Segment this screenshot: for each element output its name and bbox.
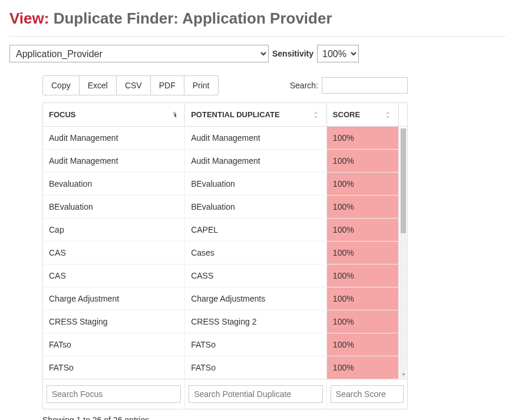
cell-score: 100% <box>326 310 398 333</box>
table-row: Audit ManagementAudit Management100% <box>43 150 407 173</box>
filter-focus-input[interactable] <box>47 385 181 403</box>
sort-desc-icon <box>171 111 180 119</box>
cell-focus: CAS <box>43 264 185 287</box>
table-row: CRESS StagingCRESS Staging 2100% <box>43 310 407 333</box>
filter-duplicate-input[interactable] <box>189 385 323 403</box>
header-divider <box>9 36 506 37</box>
cell-score: 100% <box>326 173 398 196</box>
cell-focus: Bevaluation <box>43 173 185 196</box>
print-button[interactable]: Print <box>184 75 219 95</box>
cell-focus: CAS <box>43 242 185 264</box>
entity-select[interactable]: Application_Provider <box>9 45 269 62</box>
cell-duplicate: Audit Management <box>185 150 327 173</box>
cell-score: 100% <box>326 356 398 379</box>
cell-duplicate: FATSo <box>185 333 327 356</box>
table-row: CASCases100% <box>43 242 407 264</box>
cell-focus: Cap <box>43 219 185 242</box>
copy-button[interactable]: Copy <box>42 75 80 95</box>
export-button-group: Copy Excel CSV PDF Print <box>42 75 219 95</box>
cell-score: 100% <box>326 196 398 219</box>
cell-score: 100% <box>326 219 398 242</box>
cell-focus: Audit Management <box>43 150 185 173</box>
cell-duplicate: CASS <box>185 264 327 287</box>
cell-focus: Charge Adjustment <box>43 287 185 310</box>
table-row: Charge AdjustmentCharge Adjustments100% <box>43 287 407 310</box>
cell-duplicate: BEvaluation <box>185 196 327 219</box>
cell-duplicate: BEvaluation <box>185 173 327 196</box>
cell-focus: FATSo <box>43 356 185 379</box>
cell-focus: CRESS Staging <box>43 310 185 333</box>
duplicates-table: FOCUS POTENTIAL DUPLICATE SCORE <box>43 103 407 409</box>
cell-score: 100% <box>326 127 398 150</box>
title-text: Duplicate Finder: Application Provider <box>54 9 332 27</box>
title-prefix: View: <box>9 9 49 27</box>
pdf-button[interactable]: PDF <box>151 75 184 95</box>
cell-duplicate: Charge Adjustments <box>185 287 327 310</box>
vertical-scrollbar[interactable]: ▾ <box>400 128 407 378</box>
cell-score: 100% <box>326 150 398 173</box>
csv-button[interactable]: CSV <box>117 75 151 95</box>
search-input[interactable] <box>322 77 408 94</box>
cell-duplicate: CAPEL <box>185 219 327 242</box>
cell-score: 100% <box>326 264 398 287</box>
col-header-focus[interactable]: FOCUS <box>43 103 185 127</box>
search-label: Search: <box>290 81 318 90</box>
sensitivity-label: Sensitivity <box>272 49 313 58</box>
cell-score: 100% <box>326 287 398 310</box>
table-info: Showing 1 to 26 of 26 entries <box>42 415 408 420</box>
sensitivity-select[interactable]: 100% <box>317 45 359 62</box>
cell-score: 100% <box>326 333 398 356</box>
table-row: Audit ManagementAudit Management100% <box>43 127 407 150</box>
table-row: FATsoFATSo100% <box>43 333 407 356</box>
cell-duplicate: Cases <box>185 242 327 264</box>
filter-score-input[interactable] <box>331 385 404 403</box>
scrollbar-thumb[interactable] <box>401 128 406 233</box>
scrollbar-down-arrow[interactable]: ▾ <box>400 371 407 378</box>
cell-duplicate: CRESS Staging 2 <box>185 310 327 333</box>
excel-button[interactable]: Excel <box>80 75 117 95</box>
cell-duplicate: FATSo <box>185 356 327 379</box>
cell-score: 100% <box>326 242 398 264</box>
sort-icon <box>313 111 322 119</box>
table-row: CapCAPEL100% <box>43 219 407 242</box>
cell-focus: FATso <box>43 333 185 356</box>
sort-icon <box>385 111 394 119</box>
cell-focus: Audit Management <box>43 127 185 150</box>
table-row: BevaluationBEvaluation100% <box>43 173 407 196</box>
scrollbar-gutter <box>399 103 407 127</box>
cell-focus: BEvaluation <box>43 196 185 219</box>
page-title: View: Duplicate Finder: Application Prov… <box>9 9 506 28</box>
cell-duplicate: Audit Management <box>185 127 327 150</box>
table-row: FATSoFATSo100% <box>43 356 407 379</box>
table-row: CASCASS100% <box>43 264 407 287</box>
col-header-duplicate[interactable]: POTENTIAL DUPLICATE <box>185 103 327 127</box>
col-header-score[interactable]: SCORE <box>326 103 398 127</box>
table-row: BEvaluationBEvaluation100% <box>43 196 407 219</box>
